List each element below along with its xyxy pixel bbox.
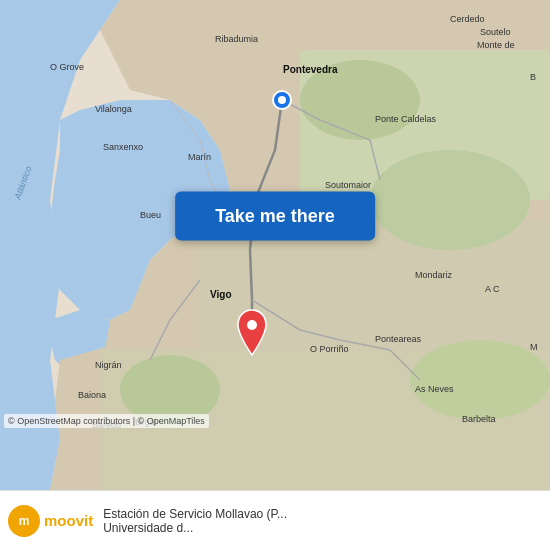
svg-text:Cerdedo: Cerdedo xyxy=(450,14,485,24)
map-attribution: © OpenStreetMap contributors | © OpenMap… xyxy=(4,414,209,428)
svg-text:Vigo: Vigo xyxy=(210,289,231,300)
svg-text:M: M xyxy=(530,342,538,352)
svg-text:O Grove: O Grove xyxy=(50,62,84,72)
svg-text:Ponteareas: Ponteareas xyxy=(375,334,422,344)
svg-text:As Neves: As Neves xyxy=(415,384,454,394)
svg-text:Soutelo: Soutelo xyxy=(480,27,511,37)
svg-text:A C: A C xyxy=(485,284,500,294)
svg-text:Pontevedra: Pontevedra xyxy=(283,64,338,75)
svg-point-34 xyxy=(278,96,286,104)
moovit-logo: m moovit xyxy=(8,505,93,537)
svg-text:Ponte Caldelas: Ponte Caldelas xyxy=(375,114,437,124)
svg-text:Baiona: Baiona xyxy=(78,390,106,400)
station-from: Estación de Servicio Mollavao (P... xyxy=(103,507,542,521)
svg-point-5 xyxy=(410,340,550,420)
svg-text:B: B xyxy=(530,72,536,82)
svg-text:Bueu: Bueu xyxy=(140,210,161,220)
svg-text:Barbelta: Barbelta xyxy=(462,414,496,424)
svg-text:Ribadumia: Ribadumia xyxy=(215,34,258,44)
svg-text:Sanxenxo: Sanxenxo xyxy=(103,142,143,152)
svg-text:Vilalonga: Vilalonga xyxy=(95,104,132,114)
moovit-icon: m xyxy=(8,505,40,537)
svg-text:Marín: Marín xyxy=(188,152,211,162)
svg-text:Mondariz: Mondariz xyxy=(415,270,453,280)
map-container: O Grove Ribadumia Cerdedo Soutelo Monte … xyxy=(0,0,550,490)
bottom-info: Estación de Servicio Mollavao (P... Univ… xyxy=(103,507,542,535)
svg-text:m: m xyxy=(19,514,30,528)
svg-text:Nigrán: Nigrán xyxy=(95,360,122,370)
moovit-brand-label: moovit xyxy=(44,512,93,529)
take-me-there-button[interactable]: Take me there xyxy=(175,191,375,240)
svg-text:Soutomaior: Soutomaior xyxy=(325,180,371,190)
bottom-bar: m moovit Estación de Servicio Mollavao (… xyxy=(0,490,550,550)
svg-text:Monte de: Monte de xyxy=(477,40,515,50)
station-to: Universidade d... xyxy=(103,521,542,535)
svg-point-4 xyxy=(370,150,530,250)
svg-text:O Porriño: O Porriño xyxy=(310,344,349,354)
svg-point-35 xyxy=(247,320,257,330)
